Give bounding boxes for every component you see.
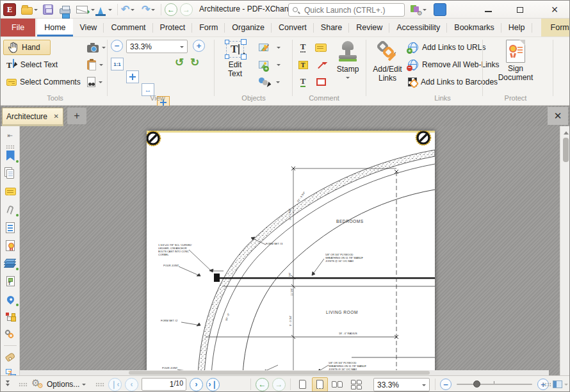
highlight-tool-button[interactable]: T [295, 57, 311, 72]
chevron-down-icon[interactable] [99, 81, 102, 85]
thumbnails-panel-button[interactable] [4, 167, 17, 180]
zoom-slider-thumb[interactable] [473, 380, 480, 388]
select-text-button[interactable]: T Select Text [3, 57, 61, 72]
history-back-button[interactable]: ← [165, 3, 177, 17]
remove-web-links-button[interactable]: − Remove All Web-Links [408, 57, 500, 72]
tab-review[interactable]: Review [349, 19, 389, 37]
chevron-down-icon[interactable] [99, 64, 103, 68]
destinations-panel-button[interactable] [4, 293, 17, 306]
edit-text-button[interactable]: T Edit Text [218, 41, 252, 79]
continuous-page-button[interactable] [312, 377, 328, 392]
tab-help[interactable]: Help [501, 19, 532, 37]
fit-page-button[interactable] [126, 70, 139, 83]
chevron-down-icon[interactable] [102, 47, 106, 51]
chevron-down-icon[interactable] [277, 47, 281, 51]
tab-share[interactable]: Share [314, 19, 349, 37]
select-comments-button[interactable]: Select Comments [3, 74, 84, 90]
statusbar-zoom-combobox[interactable]: 33.3% [373, 378, 430, 391]
chevron-down-icon[interactable] [423, 9, 427, 13]
tab-form[interactable]: Form [192, 19, 225, 37]
add-edit-links-button[interactable]: Add/Edit Links [370, 40, 405, 83]
add-links-barcodes-button[interactable]: Add Links to Barcodes [408, 74, 498, 90]
document-canvas[interactable]: BEDROOMS LIVING ROOM FORM SET #3 FORM SE… [20, 126, 560, 375]
attachments-panel-button[interactable] [4, 203, 17, 216]
select-objects-button[interactable] [256, 74, 283, 90]
tab-format[interactable]: Format [541, 19, 570, 37]
vertical-scroll-thumb[interactable] [563, 138, 569, 162]
options-button[interactable]: ⚙⚙ Options... [31, 376, 86, 392]
redo-button[interactable]: ↷ [142, 3, 155, 17]
layers-panel-button[interactable] [4, 257, 17, 270]
tab-accessibility[interactable]: Accessibility [389, 19, 447, 37]
typewriter-tool-button[interactable]: T [295, 40, 311, 55]
tags-panel-button[interactable] [4, 350, 17, 363]
zoom-in-button[interactable]: + [193, 40, 205, 52]
hand-tool-button[interactable]: Hand [3, 40, 51, 55]
chevron-down-icon[interactable] [277, 64, 281, 68]
first-page-button[interactable]: ❘‹ [108, 378, 122, 391]
paste-button[interactable] [84, 57, 106, 72]
add-links-urls-button[interactable]: + Add Links to URLs [408, 40, 485, 55]
search-button[interactable] [84, 74, 106, 90]
horizontal-scroll-thumb[interactable] [129, 371, 430, 375]
panes-button[interactable] [553, 376, 568, 392]
previous-view-button[interactable]: ← [256, 378, 269, 391]
rectangle-tool-button[interactable] [313, 74, 329, 90]
chevron-down-icon[interactable] [108, 9, 112, 13]
tab-convert[interactable]: Convert [272, 19, 314, 37]
open-file-button[interactable] [21, 3, 38, 17]
chevron-down-icon[interactable] [34, 9, 38, 13]
next-view-button[interactable]: → [272, 378, 286, 391]
minimize-button[interactable] [476, 1, 500, 19]
content-panel-button[interactable] [4, 275, 17, 288]
fields-panel-button[interactable] [4, 221, 17, 234]
chevron-down-icon[interactable] [151, 9, 155, 13]
stamp-button[interactable]: Stamp [332, 41, 363, 81]
previous-page-button[interactable]: ‹ [125, 378, 138, 391]
signatures-panel-button[interactable] [4, 239, 17, 252]
chevron-down-icon[interactable] [346, 77, 350, 81]
bookmarks-panel-button[interactable] [4, 149, 17, 162]
last-page-button[interactable]: ›❘ [206, 378, 220, 391]
edit-image-button[interactable] [256, 40, 284, 55]
single-page-button[interactable] [295, 377, 311, 392]
collapse-panel-button[interactable]: ⇤ [4, 129, 17, 142]
next-page-button[interactable]: › [190, 378, 203, 391]
tab-view[interactable]: View [73, 19, 104, 37]
horizontal-scrollbar[interactable] [20, 370, 549, 375]
ribbon-zoom-combobox[interactable]: 33.3% [126, 40, 188, 53]
actual-size-button[interactable]: 1:1 [111, 58, 124, 70]
undo-button[interactable]: ↶ [121, 3, 134, 17]
chevron-down-icon[interactable] [131, 9, 134, 13]
sign-document-button[interactable]: Sign Document [493, 40, 539, 83]
document-tab-architecture[interactable]: Architecture ✕ [2, 108, 63, 124]
comments-panel-button[interactable] [4, 185, 17, 198]
two-page-button[interactable] [329, 377, 345, 392]
zoom-slider[interactable] [457, 384, 532, 385]
rotate-ccw-button[interactable]: ↺ [175, 57, 184, 68]
snapshot-button[interactable] [84, 40, 109, 55]
arrow-tool-button[interactable] [313, 57, 329, 72]
structure-panel-button[interactable] [4, 311, 17, 323]
links-panel-button[interactable] [4, 329, 17, 341]
scroll-up-arrow-icon[interactable] [564, 129, 569, 135]
page-number-input[interactable] [156, 380, 174, 389]
history-forward-button[interactable]: → [180, 3, 193, 17]
two-page-continuous-button[interactable] [346, 377, 366, 392]
zoom-out-button[interactable]: − [111, 40, 123, 52]
chevron-down-icon[interactable] [91, 9, 95, 13]
close-button[interactable]: × [542, 1, 567, 19]
print-button[interactable] [60, 3, 70, 17]
quick-launch-input[interactable] [303, 4, 400, 15]
collapse-statusbar-button[interactable] [6, 376, 10, 392]
tab-file[interactable]: File [1, 19, 35, 37]
ui-options-button[interactable]: ⚙ [411, 3, 427, 17]
rotate-cw-button[interactable]: ↻ [190, 57, 199, 68]
page-number-box[interactable]: /10 [142, 378, 186, 391]
nav-drag-handle[interactable] [95, 376, 104, 392]
vertical-scrollbar[interactable] [560, 126, 570, 375]
zoom-out-button[interactable]: − [440, 379, 452, 390]
scan-button[interactable] [98, 3, 112, 17]
add-image-button[interactable]: + [256, 57, 284, 72]
quick-launch-box[interactable] [288, 3, 405, 17]
